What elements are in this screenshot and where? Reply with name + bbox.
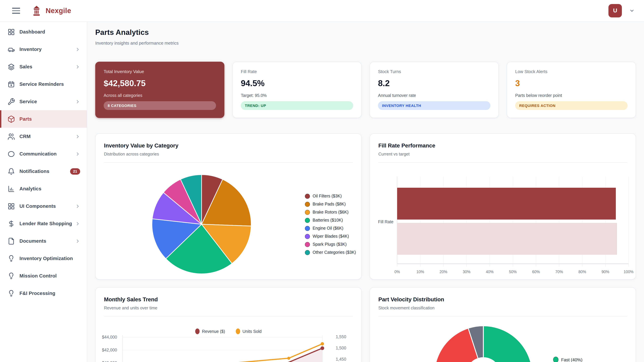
card-part-velocity-distribution: Part Velocity Distribution Stock movemen… bbox=[370, 287, 636, 362]
kpi-card-total-inventory-value: Total Inventory Value$42,580.75Across al… bbox=[95, 62, 224, 118]
bar-chart-icon bbox=[8, 185, 15, 193]
sidebar-item-label: Lender Rate Shopping bbox=[20, 221, 72, 226]
card-subtitle: Revenue and units over time bbox=[104, 306, 353, 310]
sidebar-item-label: Parts bbox=[20, 116, 32, 122]
sidebar-nav: DashboardInventorySalesService Reminders… bbox=[0, 21, 87, 362]
app-root: Nexgile U DashboardInventorySalesService… bbox=[0, 0, 644, 362]
legend-swatch bbox=[305, 210, 310, 215]
kpi-label: Stock Turns bbox=[378, 69, 490, 74]
legend-label: Other Categories ($3K) bbox=[312, 250, 356, 255]
card-title: Part Velocity Distribution bbox=[378, 296, 627, 303]
svg-text:100%: 100% bbox=[624, 270, 634, 274]
donut-chart: Fast (40%) bbox=[370, 317, 636, 362]
chevron-right-icon bbox=[75, 204, 80, 209]
sidebar-item-ui-components[interactable]: UI Components bbox=[0, 197, 87, 215]
bulb-icon bbox=[8, 272, 15, 280]
users-icon bbox=[8, 133, 15, 140]
legend-swatch bbox=[305, 194, 310, 199]
revenue-point-last bbox=[320, 346, 324, 350]
kpi-card-low-stock-alerts: Low Stock Alerts3Parts below reorder poi… bbox=[507, 62, 636, 118]
legend-item: Oil Filters ($3K) bbox=[305, 192, 356, 200]
kpi-value: 8.2 bbox=[378, 78, 490, 88]
legend-item: Spark Plugs ($3K) bbox=[305, 240, 356, 248]
sidebar-item-service[interactable]: Service bbox=[0, 93, 87, 110]
sidebar-item-mission-control[interactable]: Mission Control bbox=[0, 267, 87, 285]
units-point bbox=[287, 357, 290, 360]
sidebar-item-inventory[interactable]: Inventory bbox=[0, 40, 87, 58]
sidebar-item-label: Documents bbox=[20, 238, 46, 244]
legend-label: Oil Filters ($3K) bbox=[312, 194, 342, 198]
sidebar-item-dashboard[interactable]: Dashboard bbox=[0, 23, 87, 40]
chevron-down-icon[interactable] bbox=[629, 8, 634, 13]
sidebar-item-label: CRM bbox=[20, 134, 31, 139]
legend-label: Spark Plugs ($3K) bbox=[312, 242, 347, 247]
sidebar-item-label: Service Reminders bbox=[20, 81, 64, 87]
sidebar-item-documents[interactable]: Documents bbox=[0, 232, 87, 250]
notification-count-badge: 21 bbox=[70, 168, 80, 174]
card-fill-rate-performance: Fill Rate Performance Current vs target … bbox=[370, 133, 636, 280]
legend-swatch bbox=[305, 250, 310, 255]
bulb-icon bbox=[8, 290, 15, 297]
user-avatar[interactable]: U bbox=[608, 4, 622, 17]
svg-text:30%: 30% bbox=[463, 270, 470, 274]
svg-text:10%: 10% bbox=[416, 270, 424, 274]
sidebar-item-parts[interactable]: Parts bbox=[0, 110, 87, 128]
kpi-badge: TREND: UP bbox=[241, 101, 353, 110]
legend-item: Brake Pads ($8K) bbox=[305, 200, 356, 208]
top-header: Nexgile U bbox=[0, 0, 644, 22]
svg-text:90%: 90% bbox=[602, 270, 609, 274]
sidebar-item-lender-rate-shopping[interactable]: Lender Rate Shopping bbox=[0, 215, 87, 232]
units-point-last bbox=[321, 342, 324, 346]
sidebar-item-label: Notifications bbox=[20, 169, 49, 174]
legend-item: Batteries ($10K) bbox=[305, 216, 356, 224]
svg-text:20%: 20% bbox=[440, 270, 447, 274]
svg-text:1,450: 1,450 bbox=[336, 357, 346, 362]
sidebar-item-service-reminders[interactable]: Service Reminders bbox=[0, 75, 87, 93]
kpi-note: Target: 95.0% bbox=[241, 93, 353, 98]
sidebar-item-label: Inventory Optimization bbox=[20, 256, 73, 261]
chevron-right-icon bbox=[75, 99, 80, 104]
sidebar-item-label: Analytics bbox=[20, 186, 42, 191]
sidebar-item-inventory-optimization[interactable]: Inventory Optimization bbox=[0, 250, 87, 267]
card-subtitle: Stock movement classification bbox=[378, 306, 627, 310]
legend-label: Batteries ($10K) bbox=[312, 218, 343, 223]
svg-text:70%: 70% bbox=[555, 270, 563, 274]
legend-label: Fast (40%) bbox=[561, 357, 582, 362]
sidebar-item-label: Mission Control bbox=[20, 273, 57, 279]
legend-swatch bbox=[305, 226, 310, 231]
card-title: Monthly Sales Trend bbox=[104, 296, 353, 303]
legend-label: Wiper Blades ($4K) bbox=[312, 234, 349, 239]
kpi-badge: INVENTORY HEALTH bbox=[378, 101, 490, 110]
sidebar-item-label: Sales bbox=[20, 64, 32, 69]
chevron-right-icon bbox=[75, 151, 80, 156]
brand[interactable]: Nexgile bbox=[32, 5, 71, 16]
sidebar-item-label: Service bbox=[20, 99, 37, 104]
card-title: Inventory Value by Category bbox=[104, 142, 353, 149]
legend-swatch bbox=[305, 242, 310, 247]
sidebar-item-notifications[interactable]: Notifications21 bbox=[0, 163, 87, 180]
sidebar-item-analytics[interactable]: Analytics bbox=[0, 180, 87, 197]
svg-text:80%: 80% bbox=[578, 270, 586, 274]
car-icon bbox=[8, 45, 15, 53]
page-title: Parts Analytics bbox=[95, 28, 178, 37]
legend-label: Brake Pads ($8K) bbox=[312, 202, 346, 206]
kpi-value: $42,580.75 bbox=[104, 78, 216, 88]
bell-icon bbox=[8, 167, 15, 175]
svg-text:0%: 0% bbox=[394, 270, 400, 274]
svg-text:50%: 50% bbox=[509, 270, 517, 274]
bar-chart: 0%10%20%30%40%50%60%70%80%90%100%Fill Ra… bbox=[370, 163, 636, 284]
file-icon bbox=[8, 237, 15, 245]
legend-label: Units Sold bbox=[242, 329, 262, 334]
page-subtitle: Inventory insights and performance metri… bbox=[95, 40, 178, 45]
kpi-label: Low Stock Alerts bbox=[515, 69, 628, 74]
card-monthly-sales-trend: Monthly Sales Trend Revenue and units ov… bbox=[95, 287, 362, 362]
bulb-icon bbox=[8, 255, 15, 262]
kpi-label: Fill Rate bbox=[241, 69, 353, 74]
sidebar-item-crm[interactable]: CRM bbox=[0, 128, 87, 145]
sidebar-item-sales[interactable]: Sales bbox=[0, 58, 87, 75]
calendar-icon bbox=[8, 80, 15, 88]
hamburger-menu-icon[interactable] bbox=[12, 8, 20, 14]
sidebar-item-fi-processing[interactable]: F&I Processing bbox=[0, 285, 87, 302]
sidebar-item-communication[interactable]: Communication bbox=[0, 145, 87, 163]
svg-text:1,500: 1,500 bbox=[336, 346, 346, 350]
